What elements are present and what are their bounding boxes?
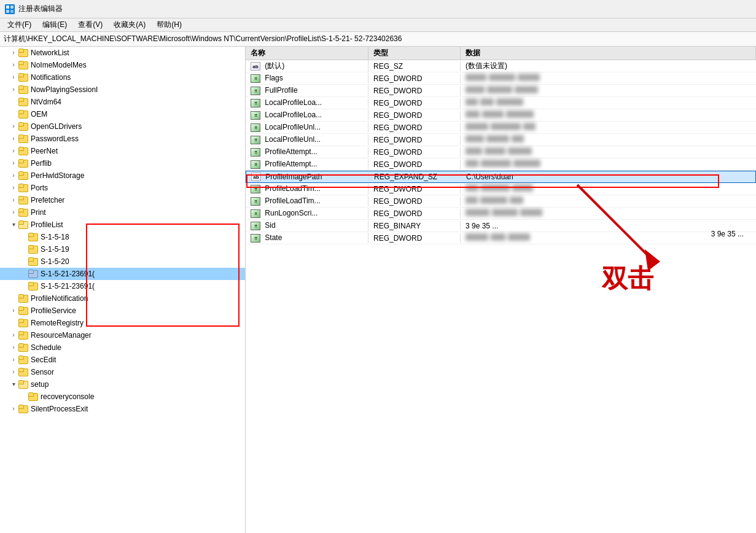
tree-item-oem[interactable]: OEM — [0, 108, 245, 120]
value-name-localProfileUnl1: ⠿ LocalProfileUnl... — [246, 122, 368, 133]
tree-item-profileNotification[interactable]: ProfileNotification — [0, 292, 245, 305]
value-row-localProfileLoa2[interactable]: ⠿ LocalProfileLoa...REG_DWORD — [246, 109, 756, 122]
menu-help[interactable]: 帮助(H) — [152, 18, 187, 31]
value-data-runLogonScr — [461, 208, 756, 219]
value-row-fullProfile[interactable]: ⠿ FullProfileREG_DWORD — [246, 85, 756, 97]
tree-item-s121-1[interactable]: S-1-5-21-23691( — [0, 268, 245, 280]
expand-silentProcessExit — [10, 405, 17, 413]
bin-icon: ⠿ — [251, 136, 260, 144]
menu-file[interactable]: 文件(F) — [2, 18, 36, 31]
tree-item-resourceManager[interactable]: ResourceManager — [0, 329, 245, 341]
label-profileNotification: ProfileNotification — [31, 294, 88, 303]
folder-oem — [18, 110, 28, 119]
folder-passwordLess — [18, 134, 28, 143]
col-header-data: 数据 — [461, 47, 756, 60]
value-row-localProfileUnl2[interactable]: ⠿ LocalProfileUnl...REG_DWORD — [246, 134, 756, 146]
menu-edit[interactable]: 编辑(E) — [37, 18, 72, 31]
value-row-profileAttempt2[interactable]: ⠿ ProfileAttempt...REG_DWORD — [246, 158, 756, 171]
value-row-localProfileUnl1[interactable]: ⠿ LocalProfileUnl...REG_DWORD — [246, 122, 756, 134]
value-data-fullProfile — [461, 85, 756, 96]
value-name-profileLoadTim1: ⠿ ProfileLoadTim... — [246, 184, 368, 194]
value-row-profileImagePath[interactable]: ab ProfileImagePathREG_EXPAND_SZC:\Users… — [246, 171, 756, 183]
app-icon — [5, 4, 15, 14]
value-type-localProfileLoa1: REG_DWORD — [368, 98, 461, 108]
label-silentProcessExit: SilentProcessExit — [31, 405, 88, 413]
folder-schedule — [18, 343, 28, 352]
tree-item-sensor[interactable]: Sensor — [0, 366, 245, 378]
svg-marker-6 — [645, 249, 660, 271]
value-name-default: ab (默认) — [246, 60, 368, 72]
folder-networkList — [18, 49, 28, 57]
tree-item-perHwld[interactable]: PerHwldStorage — [0, 169, 245, 182]
value-name-localProfileLoa1: ⠿ LocalProfileLoa... — [246, 98, 368, 108]
tree-item-peerNet[interactable]: PeerNet — [0, 145, 245, 157]
tree-item-s119[interactable]: S-1-5-19 — [0, 243, 245, 255]
tree-item-profileService[interactable]: ProfileService — [0, 305, 245, 317]
folder-profileList — [18, 220, 28, 229]
tree-item-prefetcher[interactable]: Prefetcher — [0, 194, 245, 206]
folder-prefetcher — [18, 196, 28, 204]
col-header-type: 类型 — [368, 47, 461, 60]
tree-item-silentProcessExit[interactable]: SilentProcessExit — [0, 403, 245, 415]
tree-item-s121-2[interactable]: S-1-5-21-23691( — [0, 280, 245, 292]
folder-perHwld — [18, 171, 28, 180]
bin-icon: ⠿ — [251, 148, 260, 157]
value-type-default: REG_SZ — [368, 61, 461, 71]
value-name-flags: ⠿ Flags — [246, 73, 368, 84]
folder-ports — [18, 184, 28, 192]
label-secEdit: SecEdit — [31, 356, 56, 364]
tree-item-perflib[interactable]: Perflib — [0, 157, 245, 169]
value-row-default[interactable]: ab (默认)REG_SZ(数值未设置) — [246, 60, 756, 72]
tree-item-noImeModelMes[interactable]: NoImeModelMes — [0, 59, 245, 71]
menu-favorites[interactable]: 收藏夹(A) — [109, 18, 150, 31]
value-row-runLogonScr[interactable]: ⠿ RunLogonScri...REG_DWORD — [246, 208, 756, 220]
value-type-localProfileLoa2: REG_DWORD — [368, 111, 461, 120]
tree-item-print[interactable]: Print — [0, 206, 245, 219]
value-row-flags[interactable]: ⠿ FlagsREG_DWORD — [246, 72, 756, 85]
tree-item-recoveryconsole[interactable]: recoveryconsole — [0, 391, 245, 403]
value-row-profileAttempt1[interactable]: ⠿ ProfileAttempt...REG_DWORD — [246, 146, 756, 158]
tree-item-openGL[interactable]: OpenGLDrivers — [0, 120, 245, 133]
value-row-state[interactable]: ⠿ StateREG_DWORD — [246, 232, 756, 244]
tree-item-s118[interactable]: S-1-5-18 — [0, 231, 245, 243]
expand-openGL — [10, 123, 17, 130]
label-setup: setup — [31, 380, 49, 389]
tree-item-passwordLess[interactable]: PasswordLess — [0, 133, 245, 145]
value-row-sid[interactable]: ⠿ SidREG_BINARY3 9e 35 ... — [246, 220, 756, 232]
tree-item-nowPlaying[interactable]: NowPlayingSessionI — [0, 84, 245, 96]
menu-view[interactable]: 查看(V) — [73, 18, 107, 31]
value-row-localProfileLoa1[interactable]: ⠿ LocalProfileLoa...REG_DWORD — [246, 97, 756, 109]
value-data-localProfileLoa1 — [461, 98, 756, 108]
label-notifications: Notifications — [31, 73, 71, 82]
label-perHwld: PerHwldStorage — [31, 171, 84, 180]
main-area: NetworkList NoImeModelMes Notifications … — [0, 47, 756, 533]
value-name-runLogonScr: ⠿ RunLogonScri... — [246, 208, 368, 219]
label-ntVdm64: NtVdm64 — [31, 98, 61, 106]
value-type-sid: REG_BINARY — [368, 221, 461, 231]
label-sensor: Sensor — [31, 368, 54, 376]
label-noImeModelMes: NoImeModelMes — [31, 61, 87, 69]
expand-passwordLess — [10, 135, 17, 142]
value-name-sid: ⠿ Sid — [246, 220, 368, 231]
expand-setup — [10, 381, 17, 388]
tree-item-setup[interactable]: setup — [0, 378, 245, 391]
tree-item-schedule[interactable]: Schedule — [0, 341, 245, 354]
tree-item-ntVdm64[interactable]: NtVdm64 — [0, 96, 245, 108]
value-row-profileLoadTim1[interactable]: ⠿ ProfileLoadTim...REG_DWORD — [246, 183, 756, 195]
value-name-localProfileLoa2: ⠿ LocalProfileLoa... — [246, 110, 368, 120]
tree-item-notifications[interactable]: Notifications — [0, 71, 245, 84]
tree-item-profileList[interactable]: ProfileList — [0, 219, 245, 231]
tree-item-secEdit[interactable]: SecEdit — [0, 354, 245, 366]
tree-item-networkList[interactable]: NetworkList — [0, 47, 245, 59]
tree-item-s120[interactable]: S-1-5-20 — [0, 255, 245, 268]
value-name-localProfileUnl2: ⠿ LocalProfileUnl... — [246, 134, 368, 145]
folder-setup — [18, 380, 28, 389]
value-type-localProfileUnl2: REG_DWORD — [368, 135, 461, 145]
tree-item-remoteRegistry[interactable]: RemoteRegistry — [0, 317, 245, 329]
value-data-profileLoadTim2 — [461, 196, 756, 206]
tree-item-ports[interactable]: Ports — [0, 182, 245, 194]
value-data-profileImagePath: C:\Users\duan — [461, 172, 755, 182]
value-row-profileLoadTim2[interactable]: ⠿ ProfileLoadTim...REG_DWORD — [246, 195, 756, 208]
tree-scroll[interactable]: NetworkList NoImeModelMes Notifications … — [0, 47, 245, 519]
label-networkList: NetworkList — [31, 49, 69, 57]
